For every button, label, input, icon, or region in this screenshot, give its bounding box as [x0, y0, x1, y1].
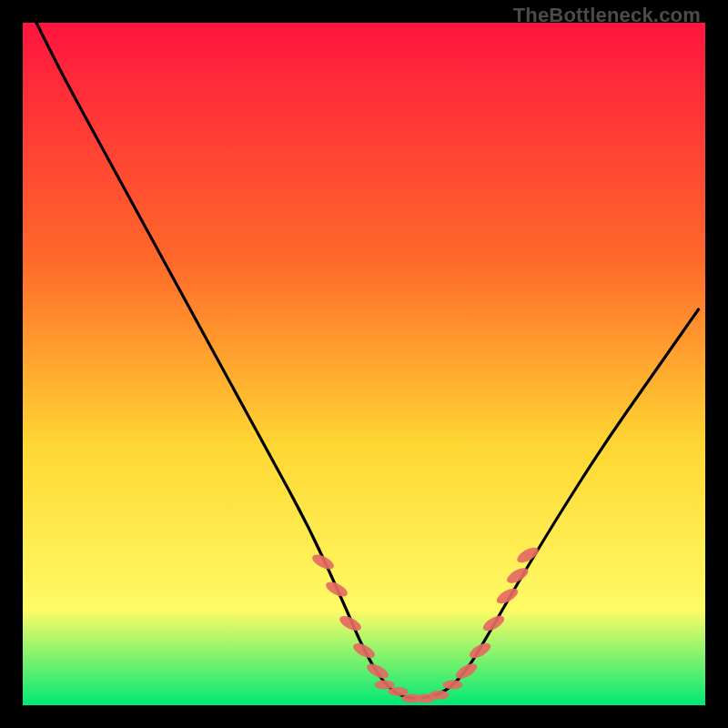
- chart-background: [23, 23, 705, 705]
- curve-marker: [375, 681, 395, 690]
- curve-marker: [389, 687, 409, 696]
- chart-frame: [23, 23, 705, 705]
- curve-marker: [443, 681, 463, 690]
- bottleneck-chart: [23, 23, 705, 705]
- curve-marker: [430, 691, 450, 700]
